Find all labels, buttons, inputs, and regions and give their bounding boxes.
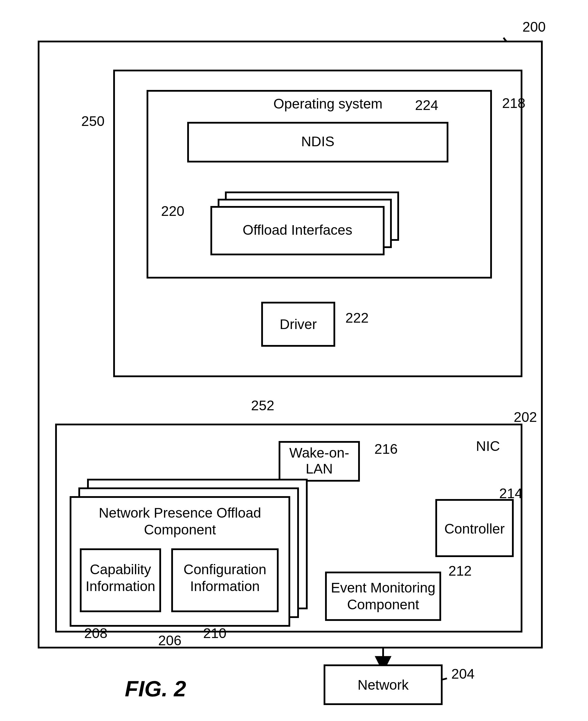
emc-box — [325, 572, 441, 621]
ref-200: 200 — [522, 19, 546, 35]
wol-l1: Wake-on- — [279, 445, 360, 461]
ref-210: 210 — [203, 625, 226, 641]
npoc-l2: Component — [70, 522, 290, 538]
ref-212: 212 — [448, 563, 471, 579]
network-label: Network — [323, 677, 443, 693]
ref-202: 202 — [514, 409, 537, 425]
ref-214: 214 — [499, 485, 522, 501]
ref-208: 208 — [84, 625, 107, 641]
offload-if-label: Offload Interfaces — [210, 222, 384, 238]
controller-label: Controller — [435, 521, 514, 537]
ref-250: 250 — [81, 113, 104, 129]
wol-l2: LAN — [279, 461, 360, 477]
nic-label: NIC — [476, 438, 500, 454]
emc-l1: Event Monitoring — [325, 580, 441, 596]
driver-label: Driver — [261, 316, 335, 332]
cfg-l1: Configuration — [171, 561, 279, 577]
ref-204: 204 — [451, 666, 475, 682]
ref-224: 224 — [415, 97, 438, 113]
ref-222: 222 — [345, 310, 369, 326]
cap-l2: Information — [80, 578, 161, 594]
npoc-l1: Network Presence Offload — [70, 505, 290, 521]
figure-label: FIG. 2 — [125, 676, 186, 701]
cap-l1: Capability — [80, 561, 161, 577]
emc-l2: Component — [325, 596, 441, 613]
cfg-l2: Information — [171, 578, 279, 594]
os-title: Operating system — [270, 96, 386, 112]
ref-218: 218 — [502, 95, 525, 111]
ndis-label: NDIS — [187, 133, 448, 149]
ref-206: 206 — [158, 633, 182, 649]
diagram-stage: 200 250 Operating system 218 NDIS 224 Of… — [0, 0, 588, 721]
ref-252: 252 — [251, 398, 274, 413]
ref-216: 216 — [374, 441, 398, 457]
ref-220: 220 — [161, 203, 184, 219]
